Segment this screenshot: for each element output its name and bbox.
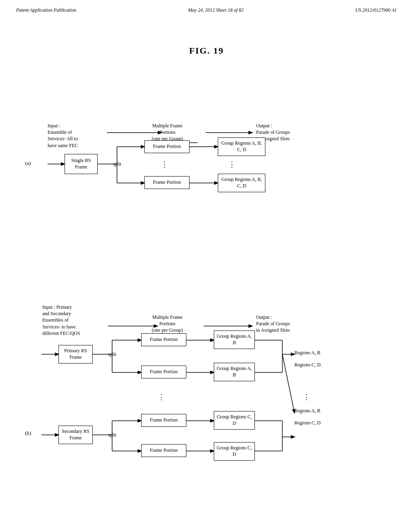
section-b-fp2-box: Frame Portion [141, 366, 186, 378]
svg-line-37 [282, 354, 294, 413]
svg-text:⋮: ⋮ [161, 160, 168, 168]
section-a-fp2-box: Frame Portion [144, 176, 190, 189]
section-a-fp1-box: Frame Portion [144, 140, 190, 153]
section-b-gr1-box: Group Regions A, B [214, 330, 255, 349]
header-left: Patent Application Publication [16, 7, 76, 13]
header-right: US 2012/0127900 A1 [355, 7, 397, 13]
section-b-gr2-box: Group Regions A, B [214, 363, 255, 381]
section-a-gr1-box: Group Regions A, B, C, D [218, 137, 265, 156]
section-b-regions-ab1: Regions A, B [294, 349, 320, 356]
section-b-middle-label: Multiple Frame Portions (one per Group) [143, 314, 192, 334]
section-b-gr4-box: Group Regions C, D [214, 442, 255, 461]
section-b-fp3-box: Frame Portion [141, 414, 186, 427]
section-a-gr2-box: Group Regions A, B, C, D [218, 174, 265, 192]
section-a-label: (a) [25, 160, 31, 166]
section-b-fp4-box: Frame Portion [141, 444, 186, 457]
section-b-output-label: Output : Parade of Groups in Assigned Sl… [256, 314, 290, 334]
section-a-input-label: Input : Ensemble of Services- All to hav… [48, 123, 78, 149]
section-b-gr3-box: Group Regions C, D [214, 411, 255, 430]
svg-text:⋮: ⋮ [228, 160, 236, 168]
section-b-split1-label: split [108, 351, 117, 357]
section-a-rs-frame-box: Single RS Frame [65, 154, 98, 174]
figure-title: FIG. 19 [0, 46, 413, 56]
section-b-primary-rs-box: Primary RS Frame [58, 345, 93, 364]
section-b-label: (b) [25, 430, 31, 436]
header-middle: May 24, 2012 Sheet 18 of 82 [188, 7, 244, 13]
section-b-split2-label: split [108, 432, 117, 438]
svg-text:⋮: ⋮ [158, 393, 165, 401]
svg-text:⋮: ⋮ [303, 393, 310, 401]
section-b-regions-cd1: Regions C, D [294, 362, 321, 368]
diagram-area: ⋮ ⋮ ⋮ ⋮ (a) Input : Ensemble of Services… [0, 60, 413, 532]
section-a-split-label: split [113, 161, 121, 167]
section-b-regions-cd2: Regions C, D [294, 420, 321, 426]
section-b-fp1-box: Frame Portion [141, 333, 186, 346]
section-b-regions-ab2: Regions A, B [294, 407, 320, 414]
section-b-secondary-rs-box: Secondary RS Frame [58, 426, 93, 444]
section-a-middle-label: Multiple Frame Portions (one per Group) [143, 123, 192, 142]
section-b-input-label: Input : Primary and Secondary Ensembles … [42, 304, 80, 337]
